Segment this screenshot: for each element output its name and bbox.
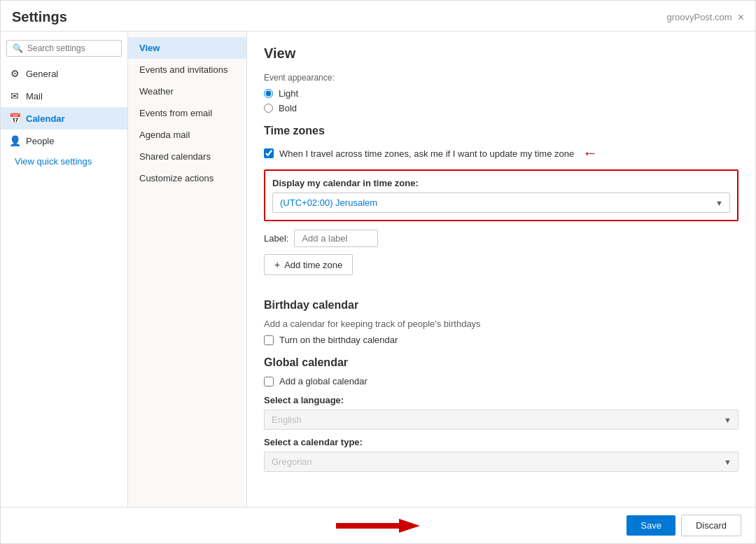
sidebar-label-general: General: [26, 69, 58, 79]
save-button[interactable]: Save: [626, 515, 676, 536]
title-bar: Settings groovyPost.com ×: [1, 1, 755, 32]
sidebar-item-general[interactable]: ⚙ General: [1, 62, 127, 85]
travel-checkbox-label: When I travel across time zones, ask me …: [279, 148, 574, 159]
event-appearance-group: Light Bold: [264, 88, 738, 113]
sidebar-item-mail[interactable]: ✉ Mail: [1, 85, 127, 107]
sidebar-item-calendar[interactable]: 📅 Calendar: [1, 107, 127, 130]
search-box[interactable]: 🔍: [6, 40, 122, 57]
save-arrow: [336, 517, 420, 534]
global-checkbox-row: Add a global calendar: [264, 376, 738, 386]
label-input[interactable]: [294, 230, 378, 247]
sidebar-label-calendar: Calendar: [26, 113, 65, 124]
middle-nav-events-invitations[interactable]: Events and invitations: [128, 59, 246, 81]
svg-marker-0: [336, 519, 420, 533]
radio-light-label: Light: [279, 88, 298, 99]
close-icon[interactable]: ×: [738, 11, 744, 24]
view-quick-settings-label: View quick settings: [15, 156, 92, 167]
sidebar: 🔍 ⚙ General ✉ Mail 📅 Calendar 👤 Peop: [1, 32, 128, 507]
travel-checkbox-row: When I travel across time zones, ask me …: [264, 144, 738, 162]
birthday-checkbox-label: Turn on the birthday calendar: [279, 335, 398, 345]
sidebar-item-people[interactable]: 👤 People: [1, 130, 127, 152]
add-timezone-label: Add time zone: [284, 260, 342, 270]
global-calendar-title: Global calendar: [264, 356, 738, 369]
travel-checkbox[interactable]: [264, 148, 274, 158]
radio-bold[interactable]: Bold: [264, 103, 738, 113]
search-icon: 🔍: [13, 43, 23, 53]
middle-nav-agenda-mail[interactable]: Agenda mail: [128, 124, 246, 146]
global-checkbox[interactable]: [264, 377, 274, 386]
view-quick-settings-link[interactable]: View quick settings: [1, 152, 127, 171]
arrow-svg: [336, 517, 420, 534]
time-zones-title: Time zones: [264, 125, 738, 137]
calendar-type-label: Select a calendar type:: [264, 437, 738, 447]
timezone-select[interactable]: (UTC+02:00) Jerusalem (UTC+00:00) UTC (U…: [272, 193, 730, 213]
global-checkbox-label: Add a global calendar: [279, 376, 368, 386]
arrow-indicator: ←: [582, 144, 598, 162]
radio-light[interactable]: Light: [264, 88, 738, 99]
window-title: Settings: [12, 9, 67, 25]
birthday-checkbox[interactable]: [264, 335, 274, 345]
people-icon: 👤: [9, 135, 20, 146]
middle-nav-view[interactable]: View: [128, 37, 246, 59]
calendar-icon: 📅: [9, 113, 20, 124]
add-timezone-button[interactable]: + Add time zone: [264, 254, 353, 275]
sidebar-label-mail: Mail: [26, 91, 43, 102]
timezone-select-wrapper: (UTC+02:00) Jerusalem (UTC+00:00) UTC (U…: [272, 193, 730, 213]
birthday-calendar-title: Birthday calendar: [264, 299, 738, 312]
middle-nav-shared-calendars[interactable]: Shared calendars: [128, 146, 246, 167]
gear-icon: ⚙: [9, 68, 20, 79]
discard-button[interactable]: Discard: [681, 515, 741, 536]
language-select-wrapper: English ▼: [264, 410, 738, 430]
label-row: Label:: [264, 230, 738, 247]
sidebar-label-people: People: [26, 136, 54, 146]
calendar-type-select-wrapper: Gregorian ▼: [264, 452, 738, 472]
calendar-type-select[interactable]: Gregorian: [264, 452, 738, 472]
middle-nav: View Events and invitations Weather Even…: [128, 32, 247, 507]
mail-icon: ✉: [9, 90, 20, 102]
search-input[interactable]: [27, 43, 115, 53]
timezone-highlight-section: Display my calendar in time zone: (UTC+0…: [264, 169, 738, 221]
birthday-desc: Add a calendar for keeping track of peop…: [264, 319, 738, 329]
language-label: Select a language:: [264, 395, 738, 405]
display-tz-label: Display my calendar in time zone:: [272, 178, 730, 188]
content-area: View Event appearance: Light Bold Time z…: [247, 32, 755, 507]
label-text: Label:: [264, 233, 288, 244]
middle-nav-customize-actions[interactable]: Customize actions: [128, 167, 246, 189]
middle-nav-weather[interactable]: Weather: [128, 81, 246, 102]
settings-window: Settings groovyPost.com × 🔍 ⚙ General ✉ …: [0, 0, 756, 544]
brand-label: groovyPost.com: [666, 12, 732, 22]
language-select[interactable]: English: [264, 410, 738, 430]
radio-bold-label: Bold: [279, 103, 297, 113]
page-title: View: [264, 46, 738, 62]
event-appearance-label: Event appearance:: [264, 73, 738, 83]
plus-icon: +: [274, 259, 280, 270]
main-layout: 🔍 ⚙ General ✉ Mail 📅 Calendar 👤 Peop: [1, 32, 755, 507]
bottom-bar: Save Discard: [1, 507, 755, 543]
birthday-checkbox-row: Turn on the birthday calendar: [264, 335, 738, 345]
middle-nav-events-email[interactable]: Events from email: [128, 102, 246, 124]
